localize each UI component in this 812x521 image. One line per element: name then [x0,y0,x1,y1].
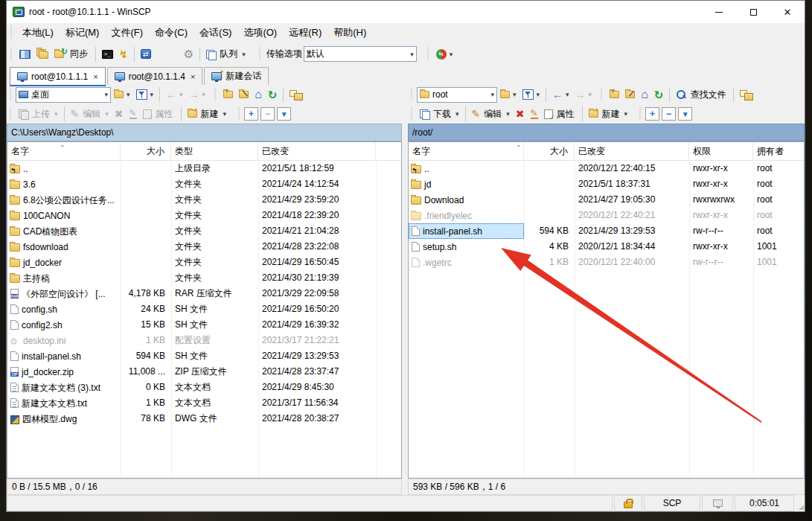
right-selection-filter-button[interactable]: ▼ [678,107,692,121]
refresh-session-button[interactable]: ⇄ [138,45,154,63]
left-back-button[interactable]: ←▾ [163,86,186,103]
file-row[interactable]: setup.sh4 KB2020/12/1 18:34:44rwxr-xr-x1… [409,239,804,255]
swap-panels-button[interactable] [16,45,33,63]
column-header-permissions[interactable]: 权限 [689,142,753,160]
new-session-tab[interactable]: 新建会话 [204,67,269,85]
queue-button[interactable]: 队列 ▾ [203,45,249,63]
right-copy-path-button[interactable] [737,86,755,103]
server-indicator[interactable] [702,495,733,511]
right-forward-button[interactable]: →▾ [572,86,595,103]
file-row[interactable]: config.sh24 KBSH 文件2021/4/29 16:50:20 [7,301,401,317]
right-home-button[interactable]: ⌂ [638,86,651,103]
column-header-owner[interactable]: 拥有者 [753,142,805,160]
right-back-button[interactable]: ←▾ [549,86,572,103]
preferences-button[interactable]: ⚙ [181,45,196,63]
right-parent-directory-button[interactable]: ↑ [607,86,622,103]
file-row[interactable]: CAD植物图表文件夹2021/4/21 21:04:28 [7,223,401,239]
file-row[interactable]: 6.8公顷公园设计任务...文件夹2021/4/29 23:59:20 [7,192,401,208]
left-edit-button[interactable]: ✎ 编辑 ▾ [68,105,112,123]
file-row[interactable]: config2.sh15 KBSH 文件2021/4/29 16:39:32 [7,317,401,333]
upload-button[interactable]: 上传 ▾ [16,105,61,123]
left-unselect-button[interactable]: − [260,107,275,121]
session-tab-0[interactable]: root@10.1.1.1× [10,67,106,85]
left-select-button[interactable]: + [244,107,258,121]
left-path-combo[interactable]: 桌面 ▾ [16,87,111,103]
right-select-button[interactable]: + [645,107,659,121]
column-header-name[interactable]: 名字 [7,142,121,160]
minimize-button[interactable] [702,1,736,23]
column-header-size[interactable]: 大小 [524,142,575,160]
file-row[interactable]: desktop.ini1 KB配置设置2021/3/17 21:22:21 [7,333,401,348]
file-row[interactable]: .wgetrc1 KB2020/12/1 22:40:00rw-r--r--10… [409,255,804,270]
file-row[interactable]: install-panel.sh594 KBSH 文件2021/4/29 13:… [7,348,401,364]
left-rename-button[interactable]: ✎ [127,105,140,123]
file-row[interactable]: jd_docker.zip11,008 ...ZIP 压缩文件2021/4/28… [7,364,401,380]
file-row[interactable]: jd_docker文件夹2021/4/29 16:50:45 [7,255,401,270]
right-open-directory-button[interactable]: ▾ [497,86,520,103]
menu-item-0[interactable]: 本地(L) [16,23,60,42]
file-row[interactable]: ..2020/12/1 22:40:15rwxr-xr-xroot [409,161,804,176]
column-header-type[interactable]: 类型 [171,142,258,160]
right-refresh-button[interactable]: ↻ [651,86,667,103]
find-files-button[interactable]: 查找文件 [673,86,730,103]
right-address-bar[interactable]: /root/ [408,124,805,141]
left-address-bar[interactable]: C:\Users\Wangz\Desktop\ [7,124,402,141]
synchronize-browsing-button[interactable] [33,45,51,63]
open-terminal-button[interactable]: >_ [99,45,116,63]
tab-close-icon[interactable]: × [93,72,97,81]
file-row[interactable]: 新建文本文档.txt1 KB文本文档2021/3/17 11:56:34 [7,395,401,411]
left-parent-directory-button[interactable]: ↑ [220,86,236,103]
left-root-directory-button[interactable]: ⟍ [236,86,252,103]
console-button[interactable]: ↯ [116,45,131,63]
resize-grip[interactable]: ◢ [794,495,805,511]
menu-item-5[interactable]: 选项(O) [237,23,283,42]
left-home-button[interactable]: ⌂ [252,86,265,103]
file-row[interactable]: 主持稿文件夹2021/4/30 21:19:39 [7,270,401,286]
right-properties-button[interactable]: 属性 [541,105,579,123]
right-new-button[interactable]: ✦ 新建 ▾ [586,105,631,123]
file-row[interactable]: 《外部空间设计》 [...4,178 KBRAR 压缩文件2021/3/29 2… [7,286,401,301]
file-row[interactable]: 100CANON文件夹2021/4/18 22:39:20 [7,208,401,223]
menu-item-4[interactable]: 会话(S) [194,23,237,42]
file-row[interactable]: 新建文本文档 (3).txt0 KB文本文档2021/4/29 8:45:30 [7,380,401,395]
menu-item-6[interactable]: 远程(R) [283,23,327,42]
file-row[interactable]: .friendlyelec2020/12/1 22:40:21rwxr-xr-x… [409,208,804,223]
right-filter-button[interactable]: ▾ [520,86,543,103]
file-row[interactable]: install-panel.sh594 KB2021/4/29 13:29:53… [409,223,804,239]
right-unselect-button[interactable]: − [662,107,676,121]
transfer-preset-combo[interactable]: 默认 ▾ [304,46,417,62]
left-forward-button[interactable]: →▾ [186,86,209,103]
left-copy-path-button[interactable] [287,86,305,103]
session-tab-1[interactable]: root@10.1.1.4× [107,67,203,85]
file-row[interactable]: jd2021/5/1 18:37:31rwxr-xr-xroot [409,176,804,192]
synchronize-button[interactable]: ↻ 同步 [51,45,92,63]
left-selection-filter-button[interactable]: ▼ [277,107,291,121]
right-rename-button[interactable]: ✎ [528,105,541,123]
right-path-combo[interactable]: root ▾ [417,87,497,103]
column-header-size[interactable]: 大小 [121,142,171,160]
file-row[interactable]: 园林模型.dwg78 KBDWG 文件2021/4/28 20:38:27 [7,411,401,426]
left-new-button[interactable]: ✦ 新建 ▾ [185,105,230,123]
menu-item-1[interactable]: 标记(M) [60,23,106,42]
right-root-directory-button[interactable]: ⟋ [622,86,638,103]
synchronize-transfer-button[interactable]: ⇆ ▾ [433,45,456,63]
close-button[interactable]: ✕ [770,1,805,23]
left-properties-button[interactable]: 属性 [140,105,178,123]
left-delete-button[interactable]: ✖ [112,105,127,123]
tab-close-icon[interactable]: × [191,72,195,81]
right-delete-button[interactable]: ✖ [513,105,528,123]
column-header-name[interactable]: 名字 [409,142,524,160]
left-filter-button[interactable]: ▾ [133,86,157,103]
left-open-directory-button[interactable]: ▾ [111,86,133,103]
file-row[interactable]: Download2021/4/27 19:05:30rwxrwxrwxroot [409,192,804,208]
column-header-changed[interactable]: 已改变 [258,142,376,160]
menu-item-3[interactable]: 命令(C) [149,23,194,42]
maximize-button[interactable] [736,1,770,23]
panel-splitter[interactable] [402,85,408,479]
menu-item-2[interactable]: 文件(F) [105,23,149,42]
download-button[interactable]: 下载 ▾ [417,105,462,123]
right-edit-button[interactable]: ✎ 编辑 ▾ [469,105,513,123]
file-row[interactable]: ..上级目录2021/5/1 18:12:59 [7,161,401,176]
left-refresh-button[interactable]: ↻ [265,86,281,103]
file-row[interactable]: 3.6文件夹2021/4/24 14:12:54 [7,176,401,192]
